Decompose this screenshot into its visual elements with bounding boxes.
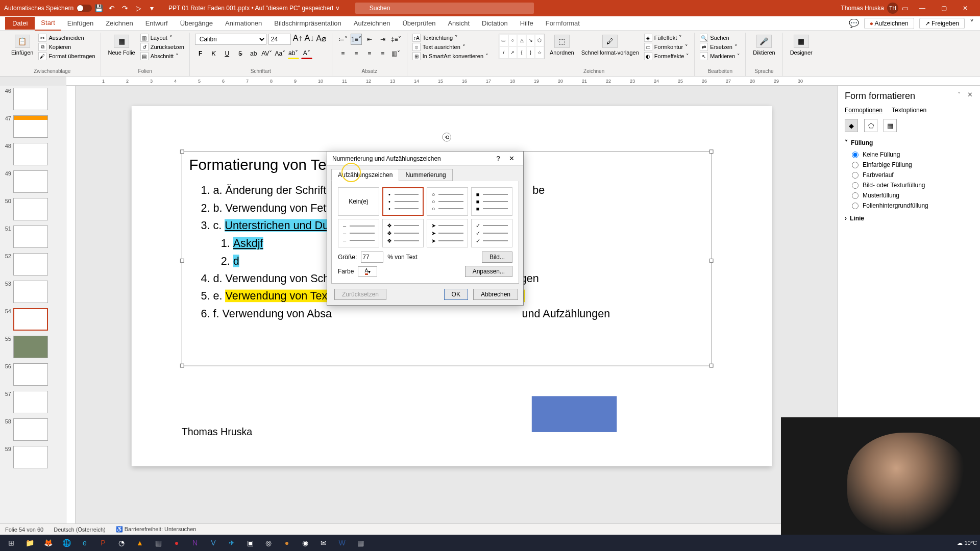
start-button[interactable]: ⊞ xyxy=(3,536,19,550)
chrome-icon[interactable]: 🌐 xyxy=(58,536,75,550)
powerpoint-icon[interactable]: P xyxy=(95,536,111,550)
fill-solid-option[interactable]: Einfarbige Füllung xyxy=(845,160,973,170)
thumb-46[interactable] xyxy=(13,88,48,110)
italic-button[interactable]: K xyxy=(208,48,219,59)
app-icon-4[interactable]: ● xyxy=(168,536,185,550)
app-icon-10[interactable]: ▦ xyxy=(352,536,369,550)
thumb-51[interactable] xyxy=(13,226,48,248)
columns-button[interactable]: ▥˅ xyxy=(390,48,402,59)
bullet-check[interactable]: ✓✓✓ xyxy=(471,219,512,247)
app-icon-9[interactable]: ✉ xyxy=(315,536,332,550)
pane-dropdown-icon[interactable]: ˅ xyxy=(958,91,961,98)
vscode-icon[interactable]: V xyxy=(205,536,222,550)
undo-icon[interactable]: ↶ xyxy=(106,3,117,14)
word-icon[interactable]: W xyxy=(334,536,350,550)
thumb-52[interactable] xyxy=(13,253,48,276)
thumb-53[interactable] xyxy=(13,281,48,303)
align-left-button[interactable]: ≡ xyxy=(337,48,349,59)
tab-transitions[interactable]: Übergänge xyxy=(174,16,219,30)
app-icon-5[interactable]: ▣ xyxy=(242,536,258,550)
indent-decrease-button[interactable]: ⇤ xyxy=(364,34,375,45)
strikethrough-button[interactable]: S̶ xyxy=(235,48,246,59)
tab-draw[interactable]: Zeichnen xyxy=(100,16,139,30)
indent-increase-button[interactable]: ⇥ xyxy=(377,34,388,45)
format-painter-button[interactable]: 🖌Format übertragen xyxy=(38,52,95,60)
thumb-50[interactable] xyxy=(13,198,48,220)
designer-button[interactable]: ▦Designer xyxy=(788,34,815,57)
autosave-toggle[interactable]: Automatisches Speichern xyxy=(4,5,92,12)
thumb-58[interactable] xyxy=(13,418,48,441)
slide-counter[interactable]: Folie 54 von 60 xyxy=(5,527,43,533)
bullet-disc[interactable]: ••• xyxy=(382,187,424,216)
ribbon-display-icon[interactable]: ▭ xyxy=(899,3,911,14)
bullet-dash[interactable]: ––– xyxy=(338,219,379,247)
bullets-button[interactable]: ≔˅ xyxy=(337,34,349,45)
ok-button[interactable]: OK xyxy=(444,289,468,300)
tab-view[interactable]: Ansicht xyxy=(442,16,476,30)
onenote-icon[interactable]: N xyxy=(187,536,203,550)
edge-icon[interactable]: e xyxy=(77,536,93,550)
tab-numbering[interactable]: Nummerierung xyxy=(399,169,452,181)
clear-format-icon[interactable]: A⌀ xyxy=(316,34,327,45)
highlight-button[interactable]: ab˅ xyxy=(288,48,299,59)
cancel-button[interactable]: Abbrechen xyxy=(473,289,518,300)
thumb-49[interactable] xyxy=(13,170,48,193)
text-direction-button[interactable]: ↕ATextrichtung˅ xyxy=(412,34,488,42)
align-text-button[interactable]: ⎅Text ausrichten˅ xyxy=(412,43,488,51)
pane-close-icon[interactable]: ✕ xyxy=(967,91,973,98)
section-line[interactable]: › Linie xyxy=(845,215,973,222)
thumb-57[interactable] xyxy=(13,391,48,413)
tab-insert[interactable]: Einfügen xyxy=(61,16,100,30)
telegram-icon[interactable]: ✈ xyxy=(224,536,240,550)
numbering-button[interactable]: 1≡˅ xyxy=(351,34,362,45)
reset-button[interactable]: ↺Zurücksetzen xyxy=(140,43,184,51)
accessibility-status[interactable]: ♿ Barrierefreiheit: Untersuchen xyxy=(116,526,197,533)
align-right-button[interactable]: ≡ xyxy=(364,48,375,59)
language-status[interactable]: Deutsch (Österreich) xyxy=(54,527,105,533)
fill-gradient-option[interactable]: Farbverlauf xyxy=(845,170,973,180)
fill-pattern-option[interactable]: Musterfüllung xyxy=(845,190,973,201)
explorer-icon[interactable]: 📁 xyxy=(21,536,38,550)
toggle-switch[interactable] xyxy=(77,5,92,12)
from-beginning-icon[interactable]: ▷ xyxy=(133,3,144,14)
app-icon-3[interactable]: ▦ xyxy=(150,536,166,550)
app-icon-1[interactable]: ◔ xyxy=(113,536,130,550)
share-button[interactable]: ↗ Freigeben xyxy=(919,18,965,29)
fill-none-option[interactable]: Keine Füllung xyxy=(845,149,973,160)
search-input[interactable] xyxy=(355,3,534,14)
slide-thumbnails[interactable]: 46 47 48 49 50 51 52 53 54 55 56 57 58 5… xyxy=(0,86,66,540)
author-text[interactable]: Thomas Hruska xyxy=(182,426,252,438)
picture-button[interactable]: Bild... xyxy=(482,252,512,263)
align-justify-button[interactable]: ≡ xyxy=(377,48,388,59)
tab-shape-format[interactable]: Formformat xyxy=(540,16,586,30)
tab-bullets[interactable]: Aufzählungszeichen xyxy=(331,169,399,181)
thumb-47[interactable] xyxy=(13,115,48,138)
tab-file[interactable]: Datei xyxy=(5,17,35,30)
underline-button[interactable]: U xyxy=(222,48,233,59)
spacing-button[interactable]: AV˅ xyxy=(261,48,273,59)
minimize-icon[interactable]: — xyxy=(912,0,933,16)
layout-button[interactable]: ▥Layout˅ xyxy=(140,34,184,42)
app-icon-6[interactable]: ◎ xyxy=(260,536,277,550)
effects-pane-icon[interactable]: ⬠ xyxy=(864,119,877,132)
line-spacing-button[interactable]: ‡≡˅ xyxy=(390,34,402,45)
pane-tab-shape[interactable]: Formoptionen xyxy=(845,107,883,114)
weather-tray[interactable]: ☁ 10°C xyxy=(957,540,977,546)
tab-start[interactable]: Start xyxy=(35,16,61,31)
collapse-ribbon-icon[interactable]: ˅ xyxy=(970,18,974,28)
shape-effects-button[interactable]: ◐Formeffekte˅ xyxy=(644,52,690,60)
font-color-button[interactable]: A˅ xyxy=(301,48,312,59)
tab-slideshow[interactable]: Bildschirmpräsentation xyxy=(268,16,348,30)
shape-outline-button[interactable]: ▭Formkontur˅ xyxy=(644,43,690,51)
section-button[interactable]: ▤Abschnitt˅ xyxy=(140,52,184,60)
document-name[interactable]: PPT 01 Roter Faden 001.pptx • Auf "diese… xyxy=(168,5,340,12)
close-icon[interactable]: ✕ xyxy=(954,0,976,16)
thumb-54[interactable] xyxy=(13,308,48,331)
increase-font-icon[interactable]: A↑ xyxy=(293,34,303,45)
new-slide-button[interactable]: ▦ Neue Folie xyxy=(106,34,137,57)
app-icon-7[interactable]: ● xyxy=(279,536,295,550)
tab-record[interactable]: Aufzeichnen xyxy=(348,16,397,30)
app-icon-2[interactable]: ▲ xyxy=(132,536,148,550)
find-button[interactable]: 🔍Suchen xyxy=(700,34,740,42)
slide-canvas[interactable]: ⟲ Formatierung von Texten: a. Änderung d… xyxy=(66,86,837,540)
